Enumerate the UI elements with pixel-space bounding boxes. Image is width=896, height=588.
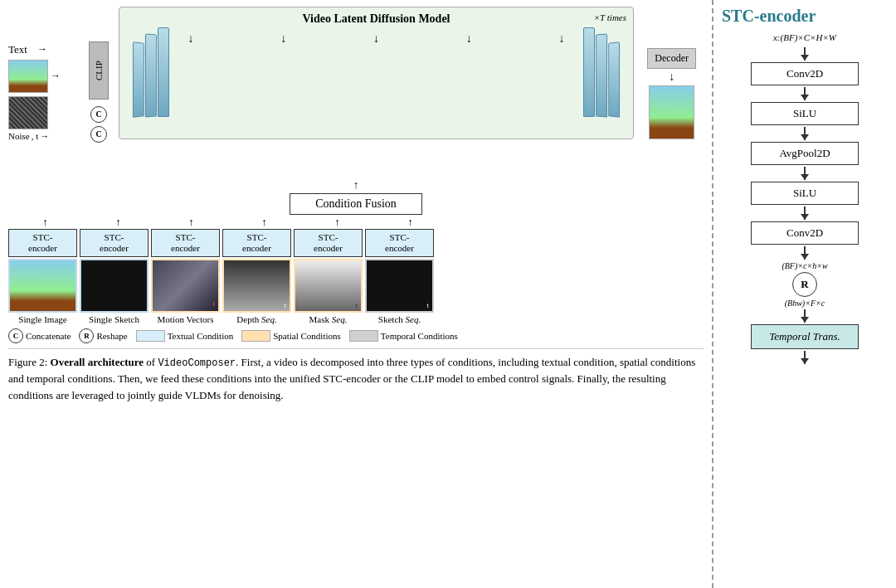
sketch-seq-label: Sketch Seq. — [378, 314, 421, 324]
temporal-color-box — [349, 330, 378, 342]
caption-prefix: Figure 2: — [8, 356, 51, 368]
stc-encoder-box-5: STC-encoder — [294, 229, 363, 257]
stc-formula-top: x:(BF)×C×H×W — [773, 32, 836, 42]
sketch-seq-img: t — [365, 259, 434, 313]
encoder-single-sketch: STC-encoder Single Sketch — [80, 229, 149, 324]
encoder-sketch-seq: STC-encoder t Sketch Seq. — [365, 229, 434, 324]
enc-up-arrow-4: ↑ — [261, 216, 267, 229]
stc-conv2d-2: Conv2D — [751, 221, 859, 245]
arrow-style: → — [51, 70, 61, 82]
legend-area: C Concatenate R Reshape Textual Conditio… — [8, 328, 704, 343]
input-noise-row: Noise , t → — [8, 96, 79, 141]
vldm-title: Video Latent Diffusion Model — [124, 12, 628, 26]
input-style-row: → — [8, 60, 79, 93]
down-arrow-5: ↓ — [559, 32, 565, 46]
textual-legend-label: Textual Condition — [168, 331, 234, 341]
enc-up-arrow-5: ↑ — [334, 216, 340, 229]
noise-t-label: , t — [32, 131, 39, 141]
input-text-row: Text → — [8, 43, 79, 56]
stc-formula-mid: (BF)×c×h×w — [782, 261, 827, 270]
enc-up-arrow-2: ↑ — [115, 216, 121, 229]
depth-label: Depth Seq. — [236, 314, 276, 324]
stc-formula-bot: (Bhw)×F×c — [785, 299, 825, 308]
single-sketch-label: Single Sketch — [89, 314, 139, 324]
legend-reshape: R Reshape — [79, 328, 127, 343]
noise-image — [8, 96, 48, 129]
stc-encoder-box-6: STC-encoder — [365, 229, 434, 257]
stc-conv2d-1: Conv2D — [751, 62, 859, 85]
stc-reshape-circle: R — [792, 272, 817, 297]
vldm-times: ×T times — [594, 12, 626, 22]
fusion-box: Condition Fusion — [290, 193, 422, 215]
vldm-box: Video Latent Diffusion Model ×T times — [119, 7, 634, 139]
down-arrow-2: ↓ — [280, 32, 286, 46]
down-arrow-1: ↓ — [187, 32, 193, 46]
legend-temporal: Temporal Conditions — [349, 330, 458, 342]
encoder-mask: STC-encoder t Mask Seq. — [294, 229, 363, 324]
enc-up-arrow-6: ↑ — [407, 216, 413, 229]
caption-bold: Overall architecture — [51, 356, 144, 368]
clip-box: CLIP — [89, 41, 109, 100]
mask-img: t — [294, 259, 363, 313]
clip-area: CLIP C C — [82, 7, 115, 177]
concat-legend-label: Concatenate — [26, 331, 71, 341]
single-image-label: Single Image — [18, 314, 66, 324]
output-image — [649, 85, 694, 139]
motion-img: t — [151, 259, 220, 313]
temporal-legend-label: Temporal Conditions — [381, 331, 458, 341]
concat-circle-bot: C — [90, 126, 107, 143]
spatial-legend-label: Spatial Conditions — [273, 331, 341, 341]
depth-img: t — [222, 259, 291, 313]
enc-up-arrow-3: ↑ — [188, 216, 194, 229]
down-arrow-3: ↓ — [373, 32, 379, 46]
arrow-noise: → — [40, 131, 49, 141]
stc-encoder-box-2: STC-encoder — [80, 229, 149, 257]
legend-concat: C Concatenate — [8, 328, 71, 343]
enc-up-arrow-1: ↑ — [42, 216, 48, 229]
style-image — [8, 60, 48, 93]
encoder-motion: STC-encoder t Motion Vectors — [151, 229, 220, 324]
noise-label: Noise — [8, 131, 30, 141]
vldm-area: Video Latent Diffusion Model ×T times — [119, 7, 634, 177]
up-arrows-row: ↑ — [353, 178, 359, 192]
decoder-box: Decoder — [647, 48, 696, 69]
encoder-single-image: STC-encoder Single Image — [8, 229, 77, 324]
stc-temporal-box: Temporal Trans. — [751, 324, 859, 349]
stc-silu-1: SiLU — [751, 102, 859, 125]
reshape-legend-label: Reshape — [96, 331, 127, 341]
down-arrow-4: ↓ — [466, 32, 472, 46]
encoders-row: STC-encoder Single Image STC-encoder Sin… — [8, 229, 704, 324]
concat-circle-top: C — [90, 106, 107, 123]
arrow-to-clip: → — [37, 43, 47, 56]
input-text-label: Text — [8, 43, 35, 56]
stc-silu-2: SiLU — [751, 182, 859, 205]
single-image-img — [8, 259, 77, 313]
condition-fusion-area: ↑ Condition Fusion — [8, 178, 704, 215]
mask-label: Mask Seq. — [309, 314, 348, 324]
stc-encoder-box-4: STC-encoder — [222, 229, 291, 257]
concat-legend-circle: C — [8, 328, 23, 343]
stc-encoder-box-3: STC-encoder — [151, 229, 220, 257]
textual-color-box — [136, 330, 165, 342]
legend-spatial: Spatial Conditions — [241, 330, 341, 342]
stc-encoder-box-1: STC-encoder — [8, 229, 77, 257]
stc-panel-title: STC-encoder — [722, 7, 888, 26]
single-sketch-img — [80, 259, 149, 313]
caption-area: Figure 2: Overall architecture of VideoC… — [8, 348, 704, 403]
encoder-depth: STC-encoder t Depth Seq. — [222, 229, 291, 324]
reshape-legend-circle: R — [79, 328, 94, 343]
motion-vectors-label: Motion Vectors — [158, 314, 214, 324]
legend-textual: Textual Condition — [136, 330, 234, 342]
spatial-color-box — [241, 330, 270, 342]
stc-avgpool: AvgPool2D — [751, 142, 859, 165]
